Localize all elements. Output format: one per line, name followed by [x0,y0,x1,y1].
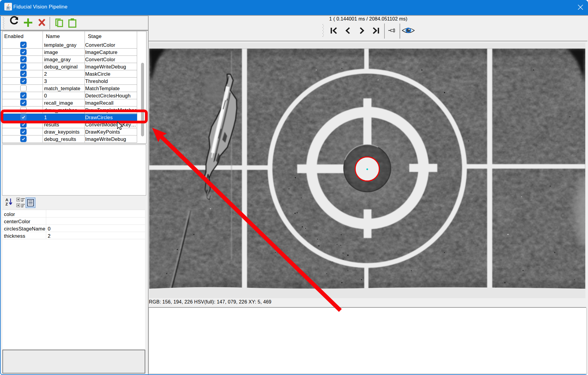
svg-text:Z: Z [5,202,8,206]
svg-text:A: A [5,198,8,202]
